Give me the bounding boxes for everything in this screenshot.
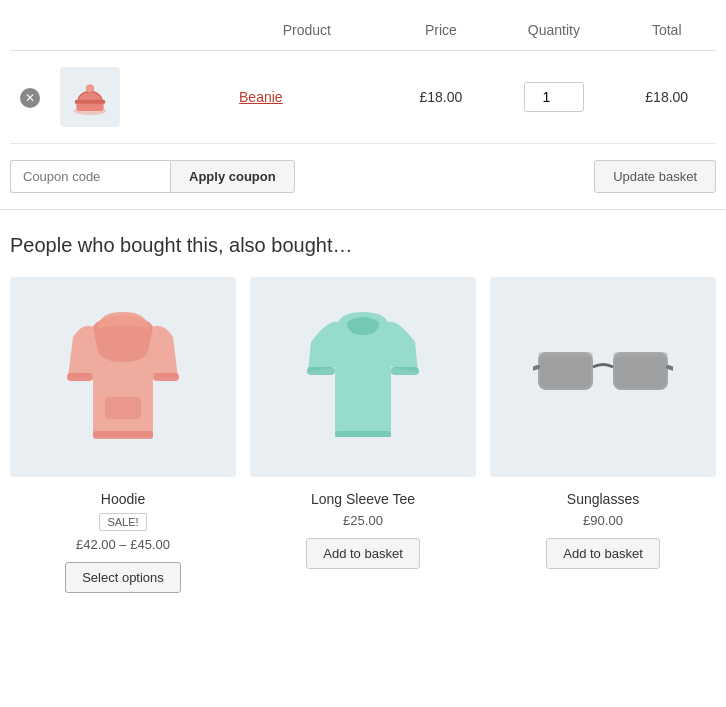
quantity-input[interactable] <box>524 82 584 112</box>
svg-rect-15 <box>615 354 666 388</box>
svg-rect-13 <box>540 354 591 388</box>
product-card-hoodie: Hoodie SALE! £42.00 – £45.00 Select opti… <box>10 277 236 593</box>
col-total: Total <box>617 10 716 51</box>
remove-item-button[interactable] <box>20 87 40 108</box>
hoodie-image <box>10 277 236 477</box>
cart-table: Product Price Quantity Total <box>10 10 716 144</box>
also-bought-title: People who bought this, also bought… <box>10 234 716 257</box>
tee-image <box>250 277 476 477</box>
tee-price: £25.00 <box>250 513 476 528</box>
svg-point-4 <box>87 85 93 91</box>
col-price: Price <box>392 10 491 51</box>
svg-rect-6 <box>153 373 179 381</box>
sunglasses-svg <box>533 337 673 417</box>
tee-name: Long Sleeve Tee <box>250 491 476 507</box>
add-to-basket-tee-button[interactable]: Add to basket <box>306 538 420 569</box>
products-grid: Hoodie SALE! £42.00 – £45.00 Select opti… <box>10 277 716 593</box>
product-card-sunglasses: Sunglasses £90.00 Add to basket <box>490 277 716 593</box>
svg-rect-11 <box>335 431 391 437</box>
beanie-svg <box>70 79 110 115</box>
sunglasses-name: Sunglasses <box>490 491 716 507</box>
product-name-link[interactable]: Beanie <box>239 89 283 105</box>
svg-rect-19 <box>613 352 668 357</box>
col-product: Product <box>130 10 392 51</box>
select-options-button[interactable]: Select options <box>65 562 181 593</box>
table-row: Beanie £18.00 £18.00 <box>10 51 716 144</box>
sale-badge: SALE! <box>99 513 146 531</box>
svg-rect-2 <box>75 100 105 104</box>
sunglasses-price: £90.00 <box>490 513 716 528</box>
svg-rect-9 <box>307 367 335 375</box>
update-basket-button[interactable]: Update basket <box>594 160 716 193</box>
product-total: £18.00 <box>645 89 688 105</box>
coupon-left: Apply coupon <box>10 160 295 193</box>
tee-svg <box>303 307 423 447</box>
cart-section: Product Price Quantity Total <box>0 0 726 144</box>
svg-rect-18 <box>538 352 593 357</box>
hoodie-name: Hoodie <box>10 491 236 507</box>
apply-coupon-button[interactable]: Apply coupon <box>170 160 295 193</box>
svg-line-16 <box>533 367 538 372</box>
coupon-row: Apply coupon Update basket <box>0 144 726 210</box>
coupon-input[interactable] <box>10 160 170 193</box>
svg-rect-5 <box>67 373 93 381</box>
product-card-tee: Long Sleeve Tee £25.00 Add to basket <box>250 277 476 593</box>
product-thumbnail <box>60 67 120 127</box>
col-quantity: Quantity <box>490 10 617 51</box>
svg-rect-10 <box>391 367 419 375</box>
product-price: £18.00 <box>420 89 463 105</box>
hoodie-price: £42.00 – £45.00 <box>10 537 236 552</box>
add-to-basket-sunglasses-button[interactable]: Add to basket <box>546 538 660 569</box>
svg-rect-7 <box>93 431 153 439</box>
hoodie-svg <box>63 307 183 447</box>
svg-line-17 <box>668 367 673 372</box>
also-bought-section: People who bought this, also bought… <box>0 210 726 603</box>
svg-rect-8 <box>105 397 141 419</box>
sunglasses-image <box>490 277 716 477</box>
